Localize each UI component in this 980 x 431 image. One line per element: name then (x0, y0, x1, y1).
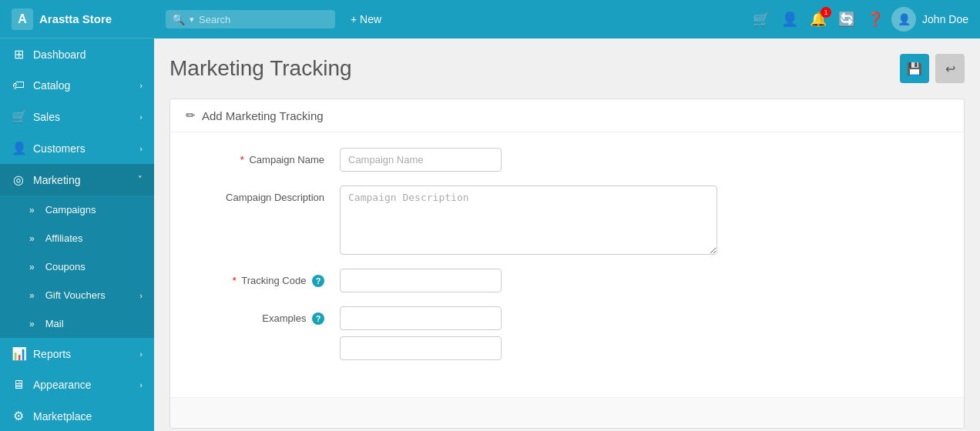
sidebar-item-appearance[interactable]: 🖥 Appearance › (0, 369, 154, 400)
sidebar-item-label: Marketing (33, 174, 80, 186)
pencil-icon: ✏ (186, 109, 196, 122)
required-star: * (233, 275, 237, 286)
save-button[interactable]: 💾 (900, 54, 929, 83)
notification-badge: 1 (821, 7, 831, 18)
sidebar-item-marketing[interactable]: ◎ Marketing ˅ (0, 164, 154, 195)
logo-icon: A (12, 8, 33, 30)
header-actions: 💾 ↩ (900, 54, 965, 83)
tracking-code-group: * Tracking Code ? 554e08e86fe60 (193, 269, 941, 292)
avatar: 👤 (891, 7, 916, 32)
marketing-icon: ◎ (12, 172, 25, 187)
topbar: 🔍 ▾ + New 🛒 👤 🔔 1 🔄 ❓ 👤 John Doe (154, 0, 980, 38)
cart-icon[interactable]: 🛒 (753, 11, 770, 28)
sidebar-item-marketplace[interactable]: ⚙ Marketplace (0, 400, 154, 431)
sales-icon: 🛒 (12, 109, 25, 124)
sidebar-logo[interactable]: A Arastta Store (0, 0, 154, 38)
refresh-icon[interactable]: 🔄 (838, 11, 855, 28)
example2-input[interactable]: http://localhost/arastta/dev/index.ph (340, 336, 502, 360)
examples-inputs: http://localhost/arastta/dev/?tracking h… (340, 306, 502, 360)
campaign-name-group: * Campaign Name (193, 148, 941, 172)
app-name: Arastta Store (39, 12, 112, 25)
campaign-name-input[interactable] (340, 148, 502, 172)
marketplace-icon: ⚙ (12, 409, 25, 423)
tracking-code-input[interactable]: 554e08e86fe60 (340, 269, 502, 292)
sidebar-item-gift-vouchers[interactable]: Gift Vouchers › (0, 281, 154, 309)
notification-icon[interactable]: 🔔 1 (810, 11, 827, 28)
campaign-desc-label: Campaign Description (193, 185, 324, 203)
campaign-desc-group: Campaign Description (193, 185, 941, 255)
chevron-right-icon: › (139, 112, 143, 122)
submenu-label: Mail (45, 318, 64, 329)
submenu-label: Affiliates (45, 232, 83, 244)
required-star: * (240, 154, 244, 165)
customers-icon: 👤 (12, 141, 25, 155)
examples-group: Examples ? http://localhost/arastta/dev/… (193, 306, 941, 360)
sidebar-item-campaigns[interactable]: Campaigns (0, 195, 154, 224)
sidebar-item-label: Reports (33, 348, 71, 360)
sidebar-item-label: Dashboard (33, 48, 86, 61)
sidebar-item-coupons[interactable]: Coupons (0, 252, 154, 281)
user-name: John Doe (922, 13, 968, 25)
sidebar-item-label: Sales (33, 111, 60, 123)
appearance-icon: 🖥 (12, 378, 25, 392)
catalog-icon: 🏷 (12, 79, 25, 92)
new-button[interactable]: + New (343, 9, 389, 29)
content: Marketing Tracking 💾 ↩ ✏ Add Marketing T… (154, 38, 980, 431)
card-header: ✏ Add Marketing Tracking (170, 99, 964, 132)
sidebar-item-dashboard[interactable]: ⊞ Dashboard (0, 38, 154, 70)
card-footer (170, 397, 964, 428)
help-tooltip-icon[interactable]: ? (312, 275, 324, 287)
chevron-right-icon: › (139, 380, 143, 389)
chevron-right-icon: › (139, 291, 143, 300)
sidebar-item-catalog[interactable]: 🏷 Catalog › (0, 70, 154, 101)
campaign-name-label: * Campaign Name (193, 148, 324, 165)
sidebar-item-label: Customers (33, 142, 86, 155)
submenu-label: Gift Vouchers (45, 289, 106, 301)
sidebar-item-label: Marketplace (33, 410, 92, 423)
back-button[interactable]: ↩ (935, 54, 965, 83)
sidebar-nav: ⊞ Dashboard 🏷 Catalog › 🛒 Sales › 👤 Cust… (0, 38, 154, 431)
search-box[interactable]: 🔍 ▾ (166, 10, 335, 28)
example1-input[interactable]: http://localhost/arastta/dev/?tracking (340, 306, 502, 330)
sidebar-item-affiliates[interactable]: Affiliates (0, 224, 154, 252)
sidebar-item-label: Catalog (33, 79, 70, 92)
marketing-submenu: Campaigns Affiliates Coupons Gift Vouche… (0, 195, 154, 338)
chevron-right-icon: › (139, 349, 143, 359)
campaign-desc-input[interactable] (340, 185, 717, 255)
sidebar-item-customers[interactable]: 👤 Customers › (0, 132, 154, 164)
sidebar: A Arastta Store ⊞ Dashboard 🏷 Catalog › … (0, 0, 154, 431)
main-area: 🔍 ▾ + New 🛒 👤 🔔 1 🔄 ❓ 👤 John Doe Marketi… (154, 0, 980, 431)
chevron-right-icon: › (139, 81, 143, 90)
reports-icon: 📊 (12, 346, 25, 361)
help-icon[interactable]: ❓ (867, 11, 884, 28)
sidebar-item-label: Appearance (33, 379, 92, 391)
submenu-label: Campaigns (45, 204, 96, 216)
sidebar-item-sales[interactable]: 🛒 Sales › (0, 101, 154, 132)
search-input[interactable] (199, 14, 322, 25)
page-title: Marketing Tracking (169, 56, 352, 81)
submenu-label: Coupons (45, 261, 86, 272)
topbar-icons: 🛒 👤 🔔 1 🔄 ❓ (753, 11, 884, 28)
search-icon: 🔍 (172, 13, 185, 25)
examples-help-icon[interactable]: ? (312, 312, 324, 325)
card-body: * Campaign Name Campaign Description * (170, 132, 964, 397)
tracking-code-label: * Tracking Code ? (193, 269, 324, 287)
dashboard-icon: ⊞ (12, 47, 25, 62)
sidebar-item-reports[interactable]: 📊 Reports › (0, 338, 154, 369)
main-card: ✏ Add Marketing Tracking * Campaign Name… (169, 99, 965, 429)
section-title: Add Marketing Tracking (202, 109, 324, 122)
examples-label: Examples ? (193, 306, 324, 325)
sidebar-item-mail[interactable]: Mail (0, 309, 154, 338)
page-header: Marketing Tracking 💾 ↩ (169, 54, 965, 83)
search-dropdown[interactable]: ▾ (190, 15, 194, 25)
topbar-user[interactable]: 👤 John Doe (891, 7, 968, 32)
chevron-right-icon: › (139, 144, 143, 153)
user-icon[interactable]: 👤 (781, 11, 798, 28)
chevron-down-icon: ˅ (138, 175, 143, 185)
